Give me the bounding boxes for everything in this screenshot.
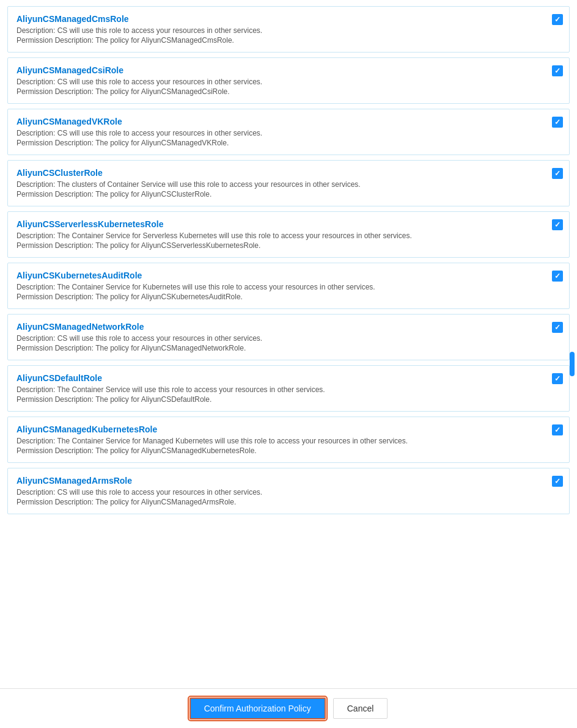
role-card: AliyunCSServerlessKubernetesRoleDescript… bbox=[7, 211, 570, 258]
role-card: AliyunCSManagedNetworkRoleDescription: C… bbox=[7, 314, 570, 360]
role-checkbox[interactable] bbox=[552, 219, 563, 230]
role-card: AliyunCSManagedCsiRoleDescription: CS wi… bbox=[7, 57, 570, 104]
role-description: Description: CS will use this role to ac… bbox=[17, 334, 545, 343]
role-permission: Permission Description: The policy for A… bbox=[17, 87, 545, 96]
role-name: AliyunCSManagedCsiRole bbox=[17, 65, 545, 75]
role-card: AliyunCSDefaultRoleDescription: The Cont… bbox=[7, 365, 570, 412]
role-card: AliyunCSManagedKubernetesRoleDescription… bbox=[7, 417, 570, 463]
role-card: AliyunCSClusterRoleDescription: The clus… bbox=[7, 160, 570, 206]
role-permission: Permission Description: The policy for A… bbox=[17, 498, 545, 506]
role-permission: Permission Description: The policy for A… bbox=[17, 36, 545, 45]
role-checkbox[interactable] bbox=[552, 476, 563, 487]
role-checkbox[interactable] bbox=[552, 65, 563, 76]
role-name: AliyunCSDefaultRole bbox=[17, 373, 545, 383]
role-permission: Permission Description: The policy for A… bbox=[17, 190, 545, 198]
role-name: AliyunCSManagedKubernetesRole bbox=[17, 424, 545, 434]
role-card: AliyunCSKubernetesAuditRoleDescription: … bbox=[7, 263, 570, 309]
role-name: AliyunCSManagedNetworkRole bbox=[17, 322, 545, 332]
role-permission: Permission Description: The policy for A… bbox=[17, 344, 545, 352]
role-permission: Permission Description: The policy for A… bbox=[17, 395, 545, 404]
confirm-button[interactable]: Confirm Authorization Policy bbox=[189, 697, 326, 719]
role-checkbox[interactable] bbox=[552, 271, 563, 282]
roles-list: AliyunCSManagedCmsRoleDescription: CS wi… bbox=[0, 0, 577, 688]
role-permission: Permission Description: The policy for A… bbox=[17, 139, 545, 147]
role-checkbox[interactable] bbox=[552, 117, 563, 128]
role-name: AliyunCSServerlessKubernetesRole bbox=[17, 219, 545, 229]
role-description: Description: The Container Service for S… bbox=[17, 231, 545, 240]
role-description: Description: The clusters of Container S… bbox=[17, 180, 545, 189]
role-description: Description: CS will use this role to ac… bbox=[17, 129, 545, 137]
role-card: AliyunCSManagedArmsRoleDescription: CS w… bbox=[7, 468, 570, 514]
role-description: Description: CS will use this role to ac… bbox=[17, 78, 545, 86]
role-checkbox[interactable] bbox=[552, 373, 563, 384]
role-name: AliyunCSManagedCmsRole bbox=[17, 14, 545, 24]
role-permission: Permission Description: The policy for A… bbox=[17, 293, 545, 301]
scrollbar-indicator bbox=[570, 352, 575, 376]
role-name: AliyunCSManagedVKRole bbox=[17, 117, 545, 126]
role-name: AliyunCSClusterRole bbox=[17, 168, 545, 178]
role-name: AliyunCSManagedArmsRole bbox=[17, 476, 545, 486]
footer-bar: Confirm Authorization Policy Cancel bbox=[0, 688, 577, 728]
role-checkbox[interactable] bbox=[552, 168, 563, 179]
role-permission: Permission Description: The policy for A… bbox=[17, 241, 545, 250]
cancel-button[interactable]: Cancel bbox=[333, 698, 388, 719]
role-name: AliyunCSKubernetesAuditRole bbox=[17, 271, 545, 280]
role-checkbox[interactable] bbox=[552, 14, 563, 25]
role-description: Description: The Container Service for K… bbox=[17, 283, 545, 291]
role-permission: Permission Description: The policy for A… bbox=[17, 446, 545, 455]
role-checkbox[interactable] bbox=[552, 424, 563, 435]
role-description: Description: CS will use this role to ac… bbox=[17, 26, 545, 35]
role-description: Description: CS will use this role to ac… bbox=[17, 488, 545, 497]
role-card: AliyunCSManagedCmsRoleDescription: CS wi… bbox=[7, 6, 570, 53]
role-description: Description: The Container Service will … bbox=[17, 385, 545, 394]
role-card: AliyunCSManagedVKRoleDescription: CS wil… bbox=[7, 109, 570, 155]
role-description: Description: The Container Service for M… bbox=[17, 437, 545, 445]
role-checkbox[interactable] bbox=[552, 322, 563, 333]
